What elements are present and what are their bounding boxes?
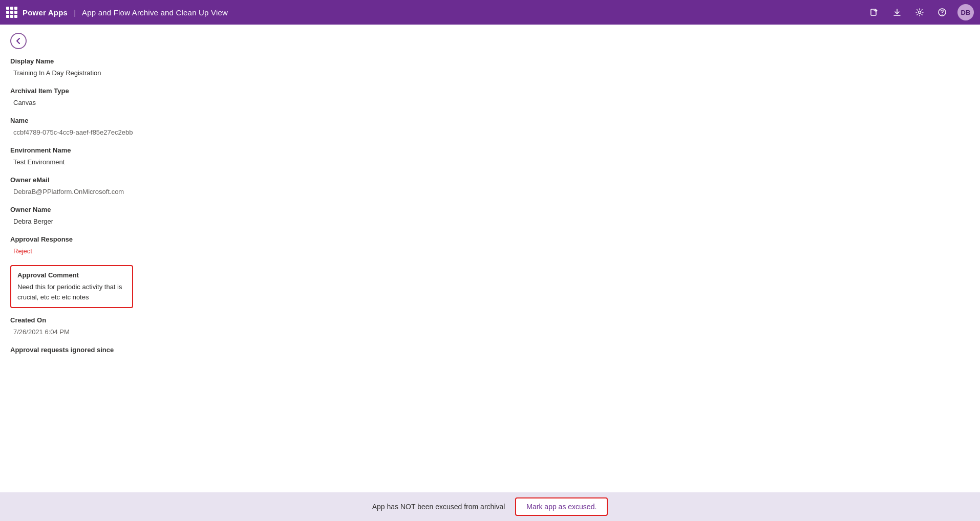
- approval-comment-label: Approval Comment: [17, 271, 126, 279]
- approval-requests-ignored-section: Approval requests ignored since: [10, 346, 970, 354]
- settings-icon[interactable]: [912, 5, 927, 19]
- approval-comment-box: Approval Comment Need this for periodic …: [10, 265, 133, 308]
- content-area: Display Name Training In A Day Registrat…: [0, 25, 980, 492]
- display-name-section: Display Name Training In A Day Registrat…: [10, 57, 970, 79]
- display-name-value: Training In A Day Registration: [10, 67, 970, 79]
- help-icon[interactable]: [935, 5, 949, 19]
- approval-requests-ignored-label: Approval requests ignored since: [10, 346, 970, 354]
- app-subtitle: App and Flow Archive and Clean Up View: [82, 8, 228, 17]
- name-label: Name: [10, 117, 970, 124]
- owner-name-label: Owner Name: [10, 206, 970, 213]
- display-name-label: Display Name: [10, 57, 970, 65]
- topbar: Power Apps | App and Flow Archive and Cl…: [0, 0, 980, 25]
- owner-name-value: Debra Berger: [10, 215, 970, 227]
- mark-excused-button[interactable]: Mark app as excused.: [515, 497, 608, 516]
- name-value: ccbf4789-075c-4cc9-aaef-f85e27ec2ebb: [10, 126, 970, 138]
- app-name: Power Apps: [23, 8, 68, 17]
- name-section: Name ccbf4789-075c-4cc9-aaef-f85e27ec2eb…: [10, 117, 970, 138]
- download-icon[interactable]: [890, 5, 904, 19]
- svg-point-1: [919, 11, 921, 14]
- environment-name-value: Test Environment: [10, 156, 970, 168]
- topbar-right-icons: DB: [867, 4, 974, 20]
- back-button[interactable]: [10, 33, 27, 49]
- environment-name-section: Environment Name Test Environment: [10, 146, 970, 168]
- svg-rect-0: [871, 9, 876, 15]
- archival-item-type-section: Archival Item Type Canvas: [10, 87, 970, 108]
- owner-email-label: Owner eMail: [10, 176, 970, 184]
- avatar[interactable]: DB: [957, 4, 974, 20]
- archival-item-type-label: Archival Item Type: [10, 87, 970, 95]
- created-on-section: Created On 7/26/2021 6:04 PM: [10, 316, 970, 338]
- approval-response-label: Approval Response: [10, 235, 970, 243]
- share-icon[interactable]: [867, 5, 882, 19]
- environment-name-label: Environment Name: [10, 146, 970, 154]
- owner-email-section: Owner eMail DebraB@PPlatform.OnMicrosoft…: [10, 176, 970, 198]
- excusal-status-text: App has NOT been excused from archival: [372, 503, 505, 511]
- svg-point-3: [942, 14, 943, 15]
- owner-email-value: DebraB@PPlatform.OnMicrosoft.com: [10, 186, 970, 198]
- apps-grid-icon[interactable]: [6, 7, 17, 18]
- approval-response-section: Approval Response Reject: [10, 235, 970, 257]
- bottom-bar: App has NOT been excused from archival M…: [0, 492, 980, 521]
- archival-item-type-value: Canvas: [10, 97, 970, 108]
- owner-name-section: Owner Name Debra Berger: [10, 206, 970, 227]
- approval-response-value: Reject: [10, 245, 970, 257]
- topbar-separator: |: [74, 8, 76, 17]
- approval-comment-value: Need this for periodic activity that is …: [17, 282, 126, 302]
- created-on-value: 7/26/2021 6:04 PM: [10, 326, 970, 338]
- created-on-label: Created On: [10, 316, 970, 324]
